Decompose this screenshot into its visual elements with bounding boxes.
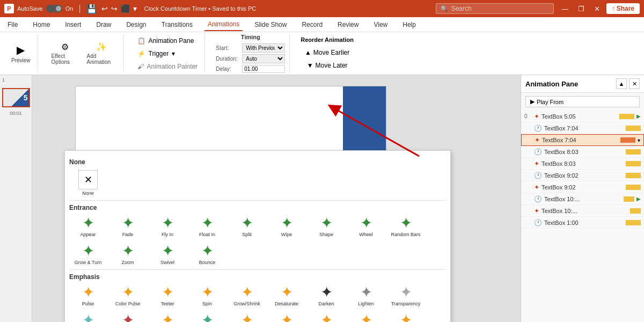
slide-num: 1 (2, 77, 5, 83)
float-in-icon: ✦ (201, 216, 214, 231)
minimize-button[interactable]: — (558, 3, 572, 14)
tab-record[interactable]: Record (298, 19, 326, 31)
preview-button[interactable]: ▶ Preview (9, 42, 33, 65)
anim-grow-shrink[interactable]: ✦Grow/Shrink (228, 283, 266, 309)
delay-input[interactable] (242, 65, 285, 73)
timing-bar (624, 196, 634, 202)
trigger-icon: ⚡ (137, 50, 145, 57)
tab-slideshow[interactable]: Slide Show (251, 19, 290, 31)
search-box[interactable]: 🔍 (436, 3, 554, 14)
title-bar-left: P AutoSave On | 💾 ↩ ↪ ⬛ ▾ Clock Countdow… (4, 4, 431, 14)
pane-close-button[interactable]: ✕ (629, 78, 640, 89)
anim-teeter[interactable]: ✦Teeter (149, 283, 186, 309)
anim-underline[interactable]: ✦Underline (308, 311, 345, 322)
add-animation-button[interactable]: ✨ Add Animation (84, 40, 119, 67)
object-color-icon: ✦ (82, 313, 94, 322)
tab-home[interactable]: Home (30, 19, 53, 31)
wipe-entrance-icon: ✦ (281, 216, 293, 231)
anim-shape-entrance[interactable]: ✦Shape (308, 214, 345, 239)
anim-wipe-entrance[interactable]: ✦Wipe (268, 214, 305, 239)
anim-font-color[interactable]: ✦Font Color (268, 311, 305, 322)
list-item[interactable]: 🕐 TextBox 1:00 (521, 217, 644, 229)
list-item-selected[interactable]: ✦ TextBox 7:04 ▾ (521, 134, 644, 146)
preview-label: Preview (11, 57, 31, 63)
anim-complement[interactable]: ✦Complement... (109, 311, 147, 322)
anim-desaturate[interactable]: ✦Desaturate (268, 283, 305, 309)
tab-help[interactable]: Help (399, 19, 419, 31)
random-bars-entrance-icon: ✦ (400, 216, 412, 231)
tab-transitions[interactable]: Transitions (158, 19, 196, 31)
bold-reveal-icon: ✦ (400, 313, 412, 322)
anim-split-entrance[interactable]: ✦Split (228, 214, 266, 239)
restore-button[interactable]: ❐ (574, 3, 588, 14)
tab-file[interactable]: File (4, 19, 21, 31)
timing-bar (630, 208, 641, 214)
tab-draw[interactable]: Draw (93, 19, 114, 31)
play-from-button[interactable]: ▶ Play From (525, 96, 640, 107)
tab-review[interactable]: Review (334, 19, 362, 31)
animation-list: 0 ✦ TextBox 5:05 ▶ 🕐 TextBox 7:04 ✦ Text… (521, 111, 644, 322)
anim-zoom-entrance[interactable]: ✦Zoom (109, 241, 147, 267)
anim-object-color[interactable]: ✦Object Color (69, 311, 107, 322)
anim-grow-turn[interactable]: ✦Grow & Turn (69, 241, 107, 267)
list-item[interactable]: 🕐 TextBox 8:03 (521, 146, 644, 158)
animation-pane-button[interactable]: 📋 Animation Pane (135, 35, 201, 46)
anim-bounce-entrance[interactable]: ✦Bounce (188, 241, 226, 267)
anim-fill-color[interactable]: ✦Fill Color (188, 311, 226, 322)
pane-collapse-button[interactable]: ▲ (616, 78, 627, 89)
duration-select[interactable]: Auto 0.5s 1s (242, 54, 285, 63)
list-item[interactable]: 🕐 TextBox 7:04 (521, 122, 644, 134)
anim-wheel-entrance[interactable]: ✦Wheel (347, 214, 385, 239)
autosave-toggle[interactable] (46, 5, 62, 12)
anim-lighten[interactable]: ✦Lighten (347, 283, 385, 309)
list-item[interactable]: 0 ✦ TextBox 5:05 ▶ (521, 111, 644, 122)
split-entrance-icon: ✦ (241, 216, 253, 231)
list-item[interactable]: ✦ TextBox 10:... (521, 205, 644, 217)
anim-swivel-entrance[interactable]: ✦Swivel (149, 241, 186, 267)
anim-brush-color[interactable]: ✦Brush Color (228, 311, 266, 322)
undo-icon[interactable]: ↩ (101, 4, 108, 13)
anim-color-pulse[interactable]: ✦Color Pulse (109, 283, 147, 309)
dropdown-arrow-icon: ▾ (638, 137, 640, 143)
animation-painter-button[interactable]: 🖌 Animation Painter (135, 61, 201, 72)
clock-icon: 🕐 (534, 195, 542, 203)
anim-fade[interactable]: ✦Fade (109, 214, 147, 239)
list-item[interactable]: ✦ TextBox 9:02 (521, 181, 644, 193)
anim-bold-flash[interactable]: ✦Bold Flash (347, 311, 385, 322)
redo-icon[interactable]: ↪ (111, 4, 118, 13)
close-button[interactable]: ✕ (590, 3, 604, 14)
slide-thumbnail-1[interactable]: 5 (2, 88, 30, 107)
timing-group: Timing Start: With Previous On Click Aft… (211, 34, 290, 72)
list-item[interactable]: ✦ TextBox 8:03 (521, 158, 644, 170)
delay-label: Delay: (216, 66, 240, 72)
anim-appear[interactable]: ✦Appear (69, 214, 107, 239)
tab-insert[interactable]: Insert (62, 19, 84, 31)
anim-random-bars-entrance[interactable]: ✦Random Bars (387, 214, 425, 239)
anim-transparency[interactable]: ✦Transparency (387, 283, 425, 309)
anim-float-in[interactable]: ✦Float In (188, 214, 226, 239)
duration-label: Duration: (216, 56, 240, 62)
move-earlier-button[interactable]: ▲ Move Earlier (302, 47, 352, 58)
effect-options-button[interactable]: ⚙ Effect Options (49, 40, 81, 67)
anim-bold-reveal[interactable]: ✦Bold Reveal (387, 311, 425, 322)
tab-design[interactable]: Design (123, 19, 149, 31)
anim-pulse[interactable]: ✦Pulse (69, 283, 107, 309)
anim-fly-in[interactable]: ✦Fly In (149, 214, 186, 239)
share-button[interactable]: ↑ Share (606, 3, 640, 14)
more-icon[interactable]: ▾ (133, 4, 137, 13)
list-item[interactable]: 🕐 TextBox 9:02 (521, 170, 644, 181)
tab-animations[interactable]: Animations (204, 18, 243, 31)
anim-darken[interactable]: ✦Darken (308, 283, 345, 309)
present-icon[interactable]: ⬛ (121, 4, 130, 13)
search-input[interactable] (451, 5, 537, 12)
list-item[interactable]: 🕐 TextBox 10:... ▶ (521, 193, 644, 205)
brush-color-icon: ✦ (241, 313, 253, 322)
anim-line-color[interactable]: ✦Line Color (149, 311, 186, 322)
anim-spin[interactable]: ✦Spin (188, 283, 226, 309)
anim-none[interactable]: ✕ None (69, 168, 107, 198)
move-later-button[interactable]: ▼ Move Later (304, 60, 350, 71)
tab-view[interactable]: View (370, 19, 391, 31)
start-select[interactable]: With Previous On Click After Previous (242, 43, 285, 53)
trigger-button[interactable]: ⚡ Trigger ▾ (135, 48, 201, 59)
save-icon[interactable]: 💾 (86, 4, 97, 14)
